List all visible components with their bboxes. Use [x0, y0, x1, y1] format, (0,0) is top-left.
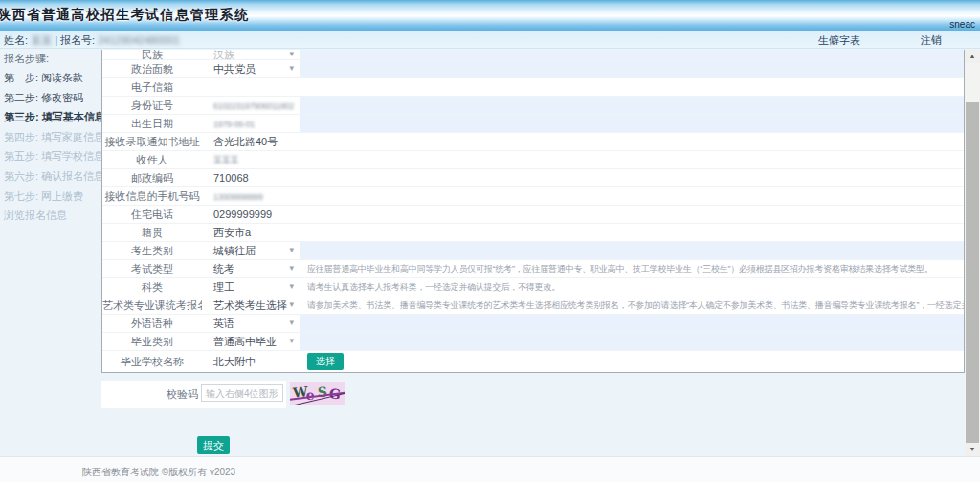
captcha-label: 校验码 — [101, 381, 198, 408]
rare-char-table-link[interactable]: 生僻字表 — [818, 34, 860, 46]
chevron-down-icon: ▾ — [289, 318, 294, 327]
subject-category-select[interactable]: 理工▾ — [202, 280, 300, 295]
notice-address-field[interactable]: 含光北路40号 — [202, 135, 300, 149]
recipient-field[interactable]: 某某某 — [202, 153, 300, 166]
logout-link[interactable]: 注销 — [921, 34, 942, 46]
user-info: 姓名: 某某 | 报名号: 24129042480001 — [4, 33, 180, 48]
sidebar-item: 第四步: 填写家庭信息 — [0, 127, 100, 147]
user-bar-links: 生僻字表 注销 — [761, 33, 942, 48]
form-row-subject-category: 科类理工▾请考生认真选择本人报考科类，一经选定并确认提交后，不得更改。 — [102, 278, 964, 296]
row-filler — [300, 242, 964, 259]
field-value: 0299999999 — [213, 208, 272, 220]
form-row-id-number: 身份证号610223197906011802 — [102, 97, 964, 115]
row-filler: 请参加美术类、书法类、播音编导类专业课统考的艺术类考生选择相应统考类别报名，不参… — [300, 296, 964, 314]
art-unified-exam-select[interactable]: 艺术类考生选择▾ — [202, 298, 300, 313]
field-label: 电子信箱 — [102, 80, 202, 95]
field-label: 政治面貌 — [102, 62, 202, 77]
form-row-foreign-language: 外语语种英语▾ — [102, 315, 964, 333]
form-row-graduation-category: 毕业类别普通高中毕业▾ — [102, 333, 964, 351]
form-row-ethnicity: 民族汉族▾ — [102, 50, 964, 60]
form-row-birth-date: 出生日期1979-06-01 — [102, 115, 964, 133]
sidebar-item[interactable]: 第二步: 修改密码 — [0, 88, 100, 108]
row-filler — [300, 224, 964, 241]
field-label: 科类 — [102, 280, 202, 295]
sidebar-item[interactable]: 第一步: 阅读条款 — [0, 68, 100, 88]
page-footer: 陕西省教育考试院 ©版权所有 v2023 — [0, 456, 980, 482]
chevron-down-icon: ▾ — [289, 63, 294, 73]
divider: | — [55, 34, 57, 46]
id-number-field[interactable]: 610223197906011802 — [202, 99, 300, 111]
row-filler — [300, 333, 964, 350]
chevron-down-icon: ▾ — [289, 50, 294, 58]
form-row-home-phone: 住宅电话0299999999 — [102, 206, 964, 224]
form-rows: 民族汉族▾政治面貌中共党员▾电子信箱身份证号610223197906011802… — [102, 50, 964, 372]
field-hint: 应往届普通高中毕业生和高中同等学力人员仅可报“统考”，应往届普通中专、职业高中、… — [300, 263, 933, 275]
sidebar-item: 第六步: 确认报名信息 — [0, 166, 100, 186]
row-filler — [300, 133, 964, 150]
field-label: 收件人 — [102, 153, 202, 167]
form-row-mobile: 接收信息的手机号码13009998899 — [102, 187, 964, 206]
sidebar-item[interactable]: 第三步: 填写基本信息 — [0, 107, 100, 127]
form-row-graduation-school: 毕业学校名称北大附中选择 — [102, 351, 964, 372]
top-banner: 陕西省普通高校招生考试信息管理系统 sneac — [0, 0, 980, 31]
app-title: 陕西省普通高校招生考试信息管理系统 — [0, 7, 250, 24]
graduation-category-select[interactable]: 普通高中毕业▾ — [202, 335, 300, 349]
captcha-row: 校验码 — [101, 381, 286, 408]
form-row-art-unified-exam: 艺术类专业课统考报名艺术类考生选择▾请参加美术类、书法类、播音编导类专业课统考的… — [102, 296, 964, 315]
field-label: 邮政编码 — [102, 171, 202, 186]
field-value: 统考 — [213, 262, 234, 276]
foreign-language-select[interactable]: 英语▾ — [202, 317, 300, 331]
name-value: 某某 — [31, 34, 52, 46]
field-value: 1979-06-01 — [213, 120, 255, 129]
content-scrollbar: ▲ ▼ — [965, 50, 980, 456]
sidebar-header: 报名步骤: — [0, 49, 100, 68]
field-value: 610223197906011802 — [213, 101, 294, 111]
scrollbar-thumb[interactable] — [966, 102, 979, 443]
field-value: 13009998899 — [213, 192, 263, 202]
email-field[interactable] — [202, 81, 300, 93]
candidate-category-select[interactable]: 城镇往届▾ — [202, 244, 300, 258]
political-status-select[interactable]: 中共党员▾ — [202, 62, 300, 77]
row-filler: 应往届普通高中毕业生和高中同等学力人员仅可报“统考”，应往届普通中专、职业高中、… — [300, 260, 964, 277]
choose-school-button[interactable]: 选择 — [307, 353, 344, 370]
chevron-down-icon: ▾ — [289, 245, 294, 254]
field-value: 含光北路40号 — [213, 135, 278, 149]
field-label: 接收信息的手机号码 — [102, 189, 202, 204]
native-place-field[interactable]: 西安市a — [202, 226, 300, 240]
birth-date-field[interactable]: 1979-06-01 — [202, 118, 300, 129]
captcha-image[interactable]: W e S G — [290, 382, 345, 405]
scroll-down-arrow-icon[interactable]: ▼ — [965, 443, 980, 456]
mobile-field[interactable]: 13009998899 — [202, 190, 300, 202]
sidebar-item: 第五步: 填写学校信息 — [0, 146, 100, 166]
row-filler — [300, 78, 964, 96]
captcha-input[interactable] — [201, 384, 283, 402]
basic-info-form-panel: 民族汉族▾政治面貌中共党员▾电子信箱身份证号610223197906011802… — [101, 50, 965, 373]
exam-type-select[interactable]: 统考▾ — [202, 262, 300, 276]
row-filler — [300, 206, 964, 223]
copyright-text: 陕西省教育考试院 ©版权所有 v2023 — [82, 466, 235, 479]
field-value: 中共党员 — [213, 62, 256, 77]
submit-button[interactable]: 提交 — [197, 436, 230, 454]
field-hint: 请参加美术类、书法类、播音编导类专业课统考的艺术类考生选择相应统考类别报名，不参… — [300, 299, 964, 312]
field-label: 身份证号 — [102, 99, 202, 113]
chevron-down-icon: ▾ — [289, 299, 294, 309]
field-value: 西安市a — [213, 226, 251, 240]
field-value: 英语 — [213, 317, 234, 331]
field-hint: 请考生认真选择本人报考科类，一经选定并确认提交后，不得更改。 — [300, 281, 560, 294]
row-filler — [300, 115, 964, 132]
field-value: 北大附中 — [213, 355, 256, 369]
banner-watermark: sneac — [949, 19, 975, 30]
home-phone-field[interactable]: 0299999999 — [202, 208, 300, 220]
form-row-postal-code: 邮政编码710068 — [102, 169, 964, 187]
scroll-up-arrow-icon[interactable]: ▲ — [965, 50, 980, 63]
form-row-recipient: 收件人某某某 — [102, 151, 964, 169]
field-label: 考生类别 — [102, 244, 202, 258]
field-value: 普通高中毕业 — [213, 335, 277, 349]
form-row-notice-address: 接收录取通知书地址含光北路40号 — [102, 133, 964, 151]
row-filler — [300, 315, 964, 332]
graduation-school-field[interactable]: 北大附中 — [202, 355, 300, 369]
field-value: 710068 — [213, 172, 249, 184]
postal-code-field[interactable]: 710068 — [202, 172, 300, 184]
chevron-down-icon: ▾ — [289, 281, 294, 291]
row-filler — [300, 187, 964, 205]
